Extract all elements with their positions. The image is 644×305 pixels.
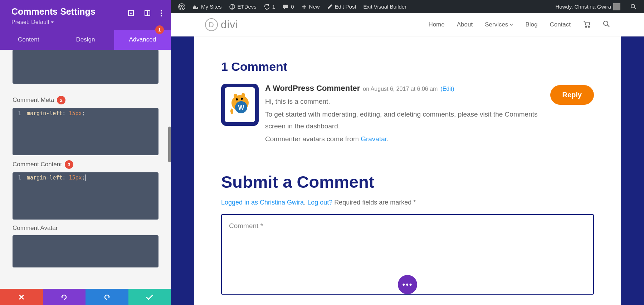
comments-heading: 1 Comment xyxy=(221,60,594,74)
wp-new[interactable]: New xyxy=(298,0,323,13)
wp-edit-post-label: Edit Post xyxy=(335,4,356,10)
step-badge-2: 2 xyxy=(57,96,65,104)
scrollbar-handle[interactable] xyxy=(168,127,171,162)
sidebar-header: Comments Settings Preset: Default xyxy=(0,0,171,30)
field-comment-avatar-row: Comment Avatar xyxy=(13,220,158,235)
wp-exit-vb[interactable]: Exit Visual Builder xyxy=(360,0,410,13)
svg-point-12 xyxy=(604,21,608,25)
reply-button[interactable]: Reply xyxy=(550,85,594,105)
svg-point-18 xyxy=(234,94,237,98)
comment-edit-link[interactable]: (Edit) xyxy=(440,86,454,92)
svg-point-1 xyxy=(131,13,131,14)
wp-updates-count: 1 xyxy=(272,4,275,10)
tab-content[interactable]: Content xyxy=(0,30,57,50)
nav-blog[interactable]: Blog xyxy=(525,21,537,28)
site-logo[interactable]: D divi xyxy=(205,18,238,31)
nav-services[interactable]: Services xyxy=(485,21,513,28)
main-nav: Home About Services Blog Contact xyxy=(428,20,610,29)
code-text: margin-left: 15px; xyxy=(25,174,86,181)
comment-line-3: Commenter avatars come from Gravatar. xyxy=(265,133,540,145)
gravatar-link[interactable]: Gravatar xyxy=(361,135,387,143)
svg-point-17 xyxy=(241,98,243,100)
field-comment-content-row: Comment Content 3 xyxy=(13,155,158,172)
code-block-prev[interactable] xyxy=(13,50,158,84)
fab-more-button[interactable]: ••• xyxy=(398,275,417,294)
field-comment-avatar-label: Comment Avatar xyxy=(13,225,58,232)
comment-avatar: W xyxy=(221,84,259,126)
wp-site-name[interactable]: ETDevs xyxy=(225,0,260,13)
wp-howdy-label: Howdy, Christina Gwira xyxy=(555,4,611,10)
svg-point-11 xyxy=(589,26,590,28)
wp-new-label: New xyxy=(309,4,320,10)
svg-point-10 xyxy=(586,26,587,28)
comment-date: on August 6, 2017 at 6:06 am xyxy=(363,86,438,92)
svg-point-9 xyxy=(631,4,635,8)
save-button[interactable] xyxy=(128,289,171,305)
comment-body: A WordPress Commenter on August 6, 2017 … xyxy=(265,84,594,146)
submit-heading: Submit a Comment xyxy=(221,172,594,192)
step-badge-3: 3 xyxy=(65,160,73,169)
sidebar-header-icons xyxy=(128,10,162,16)
svg-point-19 xyxy=(241,93,245,97)
wp-updates[interactable]: 1 xyxy=(260,0,279,13)
wp-edit-post[interactable]: Edit Post xyxy=(323,0,360,13)
wp-my-sites[interactable]: My Sites xyxy=(189,0,225,13)
svg-point-6 xyxy=(161,15,162,16)
caret-down-icon xyxy=(51,21,54,23)
wp-logo[interactable] xyxy=(175,0,189,13)
wp-my-sites-label: My Sites xyxy=(201,4,222,10)
logged-in-link[interactable]: Logged in as Christina Gwira xyxy=(221,199,304,206)
sidebar-footer xyxy=(0,289,171,305)
code-editor-content[interactable]: 1 margin-left: 15px; xyxy=(13,172,158,220)
undo-button[interactable] xyxy=(43,289,86,305)
tab-advanced-label: Advanced xyxy=(129,36,156,43)
wp-search[interactable] xyxy=(627,0,640,13)
chevron-down-icon xyxy=(509,24,513,26)
submit-meta: Logged in as Christina Gwira. Log out? R… xyxy=(221,199,594,206)
close-button[interactable] xyxy=(0,289,43,305)
expand-icon[interactable] xyxy=(128,10,134,16)
sidebar-tabs: Content Design Advanced 1 xyxy=(0,30,171,50)
panel-body: Comment Meta 2 1 margin-left: 15px; Comm… xyxy=(0,50,171,289)
nav-home[interactable]: Home xyxy=(428,21,444,28)
nav-contact[interactable]: Contact xyxy=(550,21,571,28)
nav-about[interactable]: About xyxy=(457,21,473,28)
line-number: 1 xyxy=(13,174,25,181)
main-area: My Sites ETDevs 1 0 New Edit Post xyxy=(171,0,644,305)
code-text: margin-left: 15px; xyxy=(25,110,85,117)
comment-line-1: Hi, this is a comment. xyxy=(265,96,540,107)
preset-label: Preset: Default xyxy=(11,19,49,25)
wp-comments[interactable]: 0 xyxy=(279,0,297,13)
field-comment-meta-row: Comment Meta 2 xyxy=(13,91,158,108)
more-icon[interactable] xyxy=(161,10,162,16)
wp-howdy[interactable]: Howdy, Christina Gwira xyxy=(552,0,624,13)
svg-point-4 xyxy=(161,10,162,11)
preset-selector[interactable]: Preset: Default xyxy=(11,19,160,25)
field-comment-meta-label: Comment Meta xyxy=(13,97,54,104)
logo-icon: D xyxy=(205,18,218,31)
wp-exit-vb-label: Exit Visual Builder xyxy=(364,4,407,10)
comment-author[interactable]: A WordPress Commenter xyxy=(265,84,360,93)
tab-advanced[interactable]: Advanced 1 xyxy=(114,30,171,50)
step-badge-1: 1 xyxy=(155,25,164,34)
svg-point-16 xyxy=(236,98,238,100)
cart-icon[interactable] xyxy=(583,20,591,29)
logout-link[interactable]: Log out? xyxy=(307,199,332,206)
responsive-icon[interactable] xyxy=(144,10,151,16)
logo-text: divi xyxy=(221,19,238,31)
tab-design[interactable]: Design xyxy=(57,30,114,50)
wp-avatar xyxy=(613,3,620,10)
settings-sidebar: Comments Settings Preset: Default Conten… xyxy=(0,0,171,305)
comment-line-2: To get started with moderating, editing,… xyxy=(265,109,540,132)
code-editor-meta[interactable]: 1 margin-left: 15px; xyxy=(13,108,158,155)
wp-site-label: ETDevs xyxy=(238,4,257,10)
redo-button[interactable] xyxy=(86,289,128,305)
comment-item: W A WordPress Commenter on August 6, 201… xyxy=(221,84,594,146)
code-editor-avatar[interactable] xyxy=(13,235,158,267)
svg-text:W: W xyxy=(238,104,244,111)
svg-point-5 xyxy=(161,13,162,14)
site-header: D divi Home About Services Blog Contact xyxy=(171,13,644,36)
wp-admin-bar: My Sites ETDevs 1 0 New Edit Post xyxy=(171,0,644,13)
search-icon[interactable] xyxy=(603,20,610,29)
wapuu-icon: W xyxy=(228,92,253,117)
